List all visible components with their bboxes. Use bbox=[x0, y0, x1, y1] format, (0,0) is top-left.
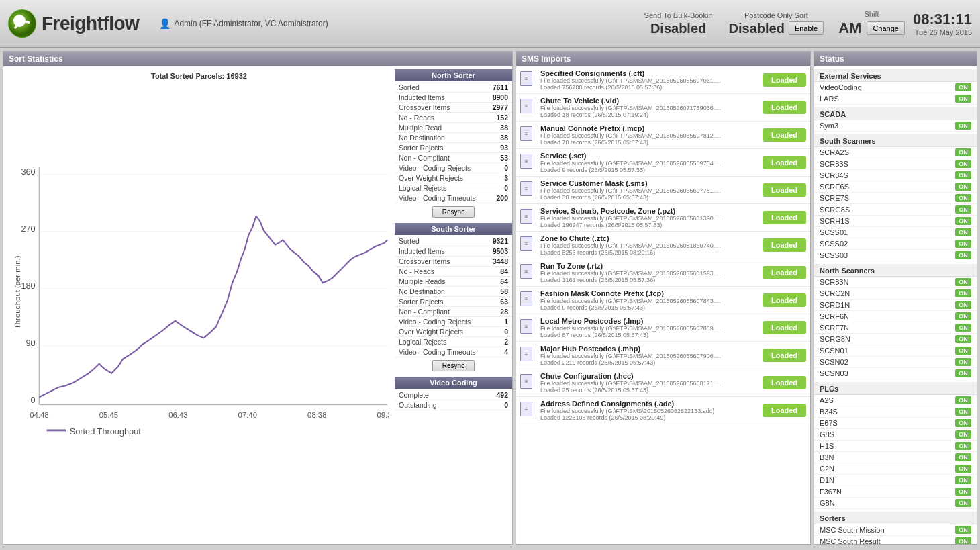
sms-imports-header: SMS Imports bbox=[516, 52, 810, 66]
status-row: SCRG8N ON bbox=[814, 334, 977, 345]
sms-info: Zone to Chute (.ztc) File loaded success… bbox=[540, 234, 758, 256]
app-title: Freightflow bbox=[42, 13, 139, 34]
svg-text:Throughput (per min.): Throughput (per min.) bbox=[13, 255, 21, 329]
admin-label: Admin (FF Administrator, VC Administrato… bbox=[174, 19, 328, 28]
status-on-badge: ON bbox=[955, 465, 971, 473]
status-item-name: C2N bbox=[820, 465, 834, 473]
sms-name: Run To Zone (.rtz) bbox=[540, 262, 758, 270]
sms-file-icon bbox=[520, 319, 535, 336]
status-item-name: SCRG8S bbox=[820, 205, 850, 214]
loaded-badge: Loaded bbox=[763, 156, 806, 169]
postcode-sort-area: Postcode Only Sort Disabled Enable bbox=[729, 11, 824, 36]
sorter-row: No - Reads84 bbox=[395, 267, 512, 277]
south-sorter-header: South Sorter bbox=[395, 223, 512, 235]
svg-text:09:36: 09:36 bbox=[377, 411, 389, 419]
loaded-badge: Loaded bbox=[763, 183, 806, 197]
status-section-north_scanners: North Scanners bbox=[814, 264, 977, 277]
sms-path: File loaded successfully (G:\FTP\SMS\AM_… bbox=[540, 270, 722, 277]
clock-display: 08:31:11 bbox=[913, 11, 972, 28]
status-section-south_scanners: South Scanners bbox=[814, 134, 977, 147]
sms-file-icon bbox=[520, 236, 535, 254]
status-item-name: SCSS03 bbox=[820, 251, 848, 259]
status-row: C2N ON bbox=[814, 463, 977, 475]
status-row: SCSS02 ON bbox=[814, 238, 977, 250]
sms-path: File loaded successfully (G:\FTP\SMS\AM_… bbox=[540, 215, 722, 222]
sms-loaded-text: Loaded 70 records (26/5/2015 05:57:43) bbox=[540, 139, 758, 146]
status-item-name: SCRG8N bbox=[820, 335, 850, 343]
status-item-name: SCRH1S bbox=[820, 217, 850, 225]
status-on-badge: ON bbox=[955, 537, 971, 545]
sms-info: Address Defined Consignments (.adc) File… bbox=[540, 400, 758, 421]
sorter-row: Video - Coding Timeouts200 bbox=[395, 193, 512, 203]
loaded-badge: Loaded bbox=[763, 376, 806, 389]
status-row: D1N ON bbox=[814, 475, 977, 486]
status-item-name: F367N bbox=[820, 488, 842, 496]
enable-button[interactable]: Enable bbox=[789, 21, 824, 35]
status-on-badge: ON bbox=[955, 526, 971, 534]
status-header: Status bbox=[814, 52, 977, 66]
status-row: SCR84S ON bbox=[814, 170, 977, 181]
status-item-name: Sym3 bbox=[820, 122, 838, 130]
sorter-row: Sorted9321 bbox=[395, 236, 512, 246]
sorter-row: Sorted7611 bbox=[395, 83, 512, 93]
sms-imports-panel: SMS Imports Specified Consignments (.cft… bbox=[516, 51, 811, 545]
sms-item: Service Customer Mask (.sms) File loaded… bbox=[516, 177, 810, 204]
sms-loaded-text: Loaded 1223108 records (26/5/2015 08:29:… bbox=[540, 414, 758, 421]
sms-path: File loaded successfully (G:\FTP\SMS\AM_… bbox=[540, 187, 722, 194]
status-item-name: SCSN01 bbox=[820, 347, 848, 355]
sms-loaded-text: Loaded 0 records (26/5/2015 05:57:43) bbox=[540, 304, 758, 311]
status-item-name: SCRA2S bbox=[820, 148, 849, 156]
sms-loaded-text: Loaded 8256 records (26/5/2015 08:20:16) bbox=[540, 249, 758, 256]
status-item-name: SCRD1N bbox=[820, 301, 850, 309]
sorter-row: Non - Compliant53 bbox=[395, 153, 512, 163]
sms-path: File loaded successfully (G:\FTP\SMS\AM_… bbox=[540, 160, 722, 167]
status-row: SCRC2N ON bbox=[814, 288, 977, 300]
sms-path: File loaded successfully (G:\FTP\SMS\AM_… bbox=[540, 132, 722, 139]
sms-file-icon bbox=[520, 181, 535, 199]
sms-name: Service (.sct) bbox=[540, 152, 758, 160]
status-item-name: SCR84S bbox=[820, 171, 848, 179]
sms-loaded-text: Loaded 2219 records (26/5/2015 05:57:43) bbox=[540, 359, 758, 366]
status-section-sorters: Sorters bbox=[814, 512, 977, 524]
sms-item: Service (.sct) File loaded successfully … bbox=[516, 149, 810, 177]
status-row: SCRH1S ON bbox=[814, 216, 977, 227]
status-on-badge: ON bbox=[955, 442, 971, 450]
status-on-badge: ON bbox=[955, 289, 971, 297]
status-row: G8S ON bbox=[814, 429, 977, 441]
status-item-name: B34S bbox=[820, 408, 838, 416]
north-resync-button[interactable]: Resync bbox=[432, 206, 475, 218]
loaded-badge: Loaded bbox=[763, 266, 806, 279]
sms-file-icon bbox=[520, 402, 535, 419]
change-button[interactable]: Change bbox=[867, 21, 905, 35]
sms-name: Major Hub Postcodes (.mhp) bbox=[540, 345, 758, 353]
loaded-badge: Loaded bbox=[763, 293, 806, 307]
status-item-name: LARS bbox=[820, 95, 839, 103]
svg-text:06:43: 06:43 bbox=[168, 411, 187, 419]
status-item-name: SCSS01 bbox=[820, 228, 848, 236]
status-row: F367N ON bbox=[814, 486, 977, 498]
sms-info: Service Customer Mask (.sms) File loaded… bbox=[540, 179, 758, 201]
status-section-scada: SCADA bbox=[814, 107, 977, 120]
status-on-badge: ON bbox=[955, 205, 971, 214]
sorter-row: No Destination38 bbox=[395, 133, 512, 143]
status-panel: Status External Services VideoCoding ON … bbox=[814, 51, 977, 545]
status-item-name: SCR83N bbox=[820, 278, 848, 286]
status-on-badge: ON bbox=[955, 408, 971, 416]
status-row: SCSN02 ON bbox=[814, 357, 977, 368]
header: Freightflow 👤 Admin (FF Administrator, V… bbox=[0, 0, 980, 48]
sms-info: Major Hub Postcodes (.mhp) File loaded s… bbox=[540, 345, 758, 366]
south-resync-button[interactable]: Resync bbox=[432, 360, 475, 371]
status-on-badge: ON bbox=[955, 369, 971, 377]
sms-loaded-text: Loaded 18 records (26/5/2015 07:19:24) bbox=[540, 111, 758, 118]
logo-icon bbox=[8, 9, 36, 38]
sms-name: Address Defined Consignments (.adc) bbox=[540, 400, 758, 408]
status-on-badge: ON bbox=[955, 95, 971, 103]
sms-name: Manual Connote Prefix (.mcp) bbox=[540, 124, 758, 132]
shift-area: Shift AM Change bbox=[838, 10, 905, 37]
sms-file-icon bbox=[520, 347, 535, 364]
sms-loaded-text: Loaded 196947 records (26/5/2015 05:57:3… bbox=[540, 222, 758, 228]
sms-name: Local Metro Postcodes (.lmp) bbox=[540, 317, 758, 325]
sms-item: Address Defined Consignments (.adc) File… bbox=[516, 397, 810, 424]
sms-info: Service (.sct) File loaded successfully … bbox=[540, 152, 758, 173]
sms-items-container: Specified Consignments (.cft) File loade… bbox=[516, 66, 810, 424]
